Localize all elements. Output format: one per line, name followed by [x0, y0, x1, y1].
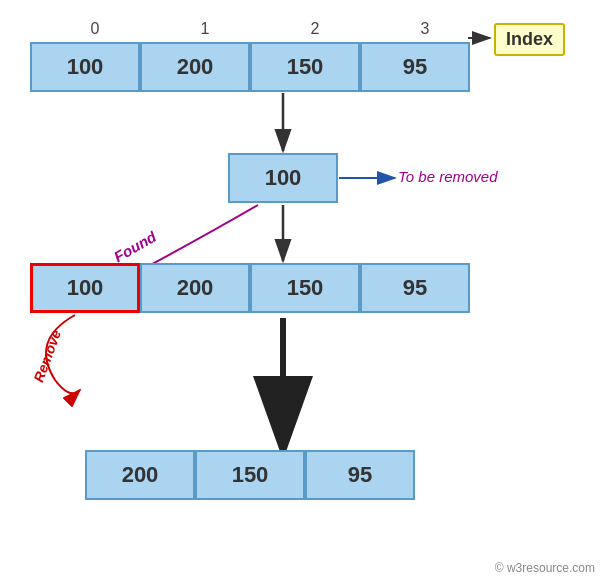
middle-array-cell-3: 95	[360, 263, 470, 313]
bottom-array-cell-0: 200	[85, 450, 195, 500]
top-array-cell-1: 200	[140, 42, 250, 92]
middle-array: 100 200 150 95	[30, 263, 470, 313]
to-be-removed-label: To be removed	[398, 168, 498, 185]
middle-array-cell-0: 100	[30, 263, 140, 313]
bottom-array-cell-2: 95	[305, 450, 415, 500]
found-label: Found	[111, 228, 159, 266]
diagram: 0 1 2 3 Index 100 200 150 95 100 To be r…	[0, 0, 603, 581]
index-labels: 0 1 2 3	[40, 20, 480, 38]
index-label-2: 2	[260, 20, 370, 38]
top-array-cell-0: 100	[30, 42, 140, 92]
middle-array-cell-1: 200	[140, 263, 250, 313]
single-box: 100	[228, 153, 338, 203]
remove-label: Remove	[30, 328, 64, 385]
middle-array-cell-2: 150	[250, 263, 360, 313]
bottom-array: 200 150 95	[85, 450, 415, 500]
top-array: 100 200 150 95	[30, 42, 470, 92]
index-badge: Index	[494, 23, 565, 56]
index-label-0: 0	[40, 20, 150, 38]
index-label-3: 3	[370, 20, 480, 38]
index-label-1: 1	[150, 20, 260, 38]
bottom-array-cell-1: 150	[195, 450, 305, 500]
top-array-cell-2: 150	[250, 42, 360, 92]
top-array-cell-3: 95	[360, 42, 470, 92]
watermark: © w3resource.com	[495, 561, 595, 575]
